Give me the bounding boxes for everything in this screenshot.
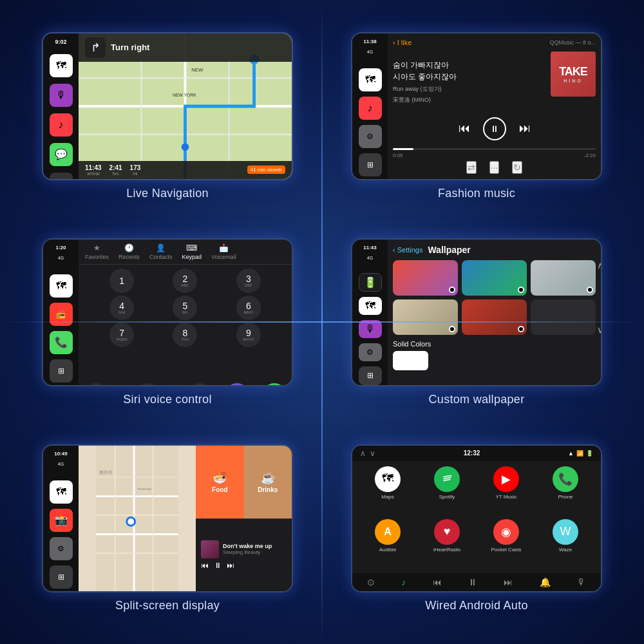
audible-app-icon: A xyxy=(375,519,401,545)
nav-arrow: ↱ xyxy=(85,37,106,58)
android-pause-icon[interactable]: ⏸ xyxy=(468,577,477,587)
dial-7[interactable]: 7 PQRS xyxy=(109,323,134,347)
android-prev-icon[interactable]: ⏮ xyxy=(433,577,442,587)
drinks-icon: ☕ xyxy=(261,471,275,485)
split-settings-icon[interactable]: ⚙ xyxy=(50,537,73,560)
food-label: Food xyxy=(212,486,227,493)
tab-contacts[interactable]: 👤 Contacts xyxy=(149,243,173,260)
wall-podcast-icon[interactable]: 🎙 xyxy=(359,320,382,338)
maps-app-name: Maps xyxy=(381,494,394,500)
music-time: 11:38 xyxy=(363,39,376,44)
siri-phone-icon[interactable]: 📞 xyxy=(50,331,73,354)
wall-item-3[interactable] xyxy=(393,299,458,335)
music-track: Run away (도망가) xyxy=(393,85,544,93)
siri-grid-icon[interactable]: ⊞ xyxy=(50,359,73,383)
app-ytmusic[interactable]: ▶ YT Music xyxy=(478,466,534,515)
app-waze[interactable]: W Waze xyxy=(538,519,593,568)
wall-dot-0 xyxy=(449,287,455,293)
wall-header: ‹ Settings Wallpaper xyxy=(393,245,596,255)
app-iheartradio[interactable]: ♥ iHeartRadio xyxy=(419,519,475,568)
app-pocketcasts[interactable]: ◉ Pocket Casts xyxy=(478,519,534,568)
messages-icon[interactable]: 💬 xyxy=(50,143,73,166)
music-grid-icon[interactable]: ⊞ xyxy=(359,153,382,176)
app-spotify[interactable]: Spotify xyxy=(419,466,475,515)
wall-maps-icon[interactable]: 🗺 xyxy=(359,297,382,315)
music-back-btn[interactable]: ‹ I like xyxy=(393,39,412,46)
tab-recents[interactable]: 🕐 Recents xyxy=(118,243,140,260)
next-btn[interactable]: ⏭ xyxy=(519,122,531,135)
split-play-btn[interactable]: ⏸ xyxy=(214,561,222,570)
scroll-down-arrow[interactable]: ∨ xyxy=(370,449,375,458)
play-pause-btn[interactable]: ⏸ xyxy=(483,117,506,140)
maps-icon[interactable]: 🗺 xyxy=(50,54,73,77)
dial-3[interactable]: 3 DEF xyxy=(236,269,261,293)
settings-back[interactable]: ‹ Settings xyxy=(393,246,422,254)
dial-0[interactable]: 0 + xyxy=(136,383,160,386)
wall-item-4[interactable] xyxy=(462,299,527,335)
color-white[interactable] xyxy=(393,351,428,370)
wall-item-5[interactable] xyxy=(531,299,596,335)
pocketcasts-app-name: Pocket Casts xyxy=(491,547,521,553)
music-icon[interactable]: ♪ xyxy=(50,113,73,137)
dial-5[interactable]: 5 JKL xyxy=(173,296,197,320)
dial-4[interactable]: 4 GHI xyxy=(109,296,134,320)
android-mic-icon[interactable]: 🎙 xyxy=(577,577,586,587)
wall-item-1[interactable] xyxy=(462,260,527,296)
iheartradio-app-icon: ♥ xyxy=(434,519,460,545)
wall-grid-container: ∧ ∨ xyxy=(393,260,596,335)
app-audible[interactable]: A Audible xyxy=(360,519,415,568)
tab-voicemail[interactable]: 📩 Voicemail xyxy=(211,243,236,260)
android-bell-icon[interactable]: 🔔 xyxy=(540,577,551,587)
svg-text:Huamao: Huamao xyxy=(137,486,152,490)
dial-9[interactable]: 9 WXYZ xyxy=(236,323,261,347)
siri-button[interactable]: 🎙 xyxy=(225,383,249,386)
split-grid-icon[interactable]: ⊞ xyxy=(50,565,73,589)
split-maps-icon[interactable]: 🗺 xyxy=(50,480,73,504)
music-korean-1: 숨이 가빠지잖아 xyxy=(393,59,544,71)
nav-sidebar-icons: 🗺 🎙 ♪ 💬 ⊞ xyxy=(50,54,73,180)
solid-colors-row xyxy=(393,351,596,370)
maps-app-icon: 🗺 xyxy=(375,466,401,492)
grid-icon[interactable]: ⊞ xyxy=(50,173,73,180)
android-next-icon[interactable]: ⏭ xyxy=(504,577,513,587)
more-btn[interactable]: ··· xyxy=(489,161,500,174)
repeat-btn[interactable]: ↻ xyxy=(512,161,522,174)
wall-grid-icon[interactable]: ⊞ xyxy=(359,366,382,384)
scroll-up-icon[interactable]: ∧ xyxy=(597,260,602,270)
siri-maps-icon[interactable]: 🗺 xyxy=(50,274,73,298)
dial-8[interactable]: 8 TUV xyxy=(173,323,197,347)
android-home-icon[interactable]: ⊙ xyxy=(367,577,375,587)
shuffle-btn[interactable]: ⇄ xyxy=(466,161,477,174)
nav-stat-distance: 173 mi xyxy=(130,164,141,176)
dial-2[interactable]: 2 ABC xyxy=(173,269,197,293)
music-maps-icon[interactable]: 🗺 xyxy=(359,68,382,91)
scroll-down-icon[interactable]: ∨ xyxy=(597,325,602,335)
wall-item-0[interactable] xyxy=(393,260,458,296)
music-settings-icon[interactable]: ⚙ xyxy=(359,125,382,148)
wall-item-2[interactable] xyxy=(531,260,596,296)
split-prev-btn[interactable]: ⏮ xyxy=(201,561,209,570)
split-inner: 10:49 4G 🗺 📸 ⚙ ⊞ xyxy=(43,446,292,591)
split-player-controls: ⏮ ⏸ ⏭ xyxy=(201,561,287,570)
android-spotify-icon[interactable]: ♪ xyxy=(401,577,406,587)
split-drinks[interactable]: ☕ Drinks xyxy=(244,446,292,518)
android-screen: ∧ ∨ 12:32 ▲ 📶 🔋 🗺 Maps xyxy=(351,444,602,592)
app-maps[interactable]: 🗺 Maps xyxy=(360,466,415,515)
dial-hash[interactable]: # xyxy=(187,383,212,386)
call-button[interactable]: 📞 xyxy=(262,383,287,386)
dial-star[interactable]: * xyxy=(84,383,108,386)
dial-1[interactable]: 1 xyxy=(109,269,134,293)
dial-6[interactable]: 6 MNO xyxy=(236,296,261,320)
wall-settings-icon[interactable]: ⚙ xyxy=(359,343,382,361)
tab-keypad[interactable]: ⌨ Keypad xyxy=(182,243,202,260)
split-insta-icon[interactable]: 📸 xyxy=(50,509,73,532)
app-phone[interactable]: 📞 Phone xyxy=(538,466,593,515)
scroll-up-arrow[interactable]: ∧ xyxy=(360,449,366,458)
split-next-btn[interactable]: ⏭ xyxy=(227,561,234,570)
prev-btn[interactable]: ⏮ xyxy=(459,122,470,135)
tab-favorites[interactable]: ★ Favorites xyxy=(85,243,109,260)
music-music-icon[interactable]: ♪ xyxy=(359,97,382,120)
color-black[interactable] xyxy=(432,351,468,370)
podcast-icon[interactable]: 🎙 xyxy=(50,84,73,107)
split-food[interactable]: 🍜 Food xyxy=(196,446,243,518)
